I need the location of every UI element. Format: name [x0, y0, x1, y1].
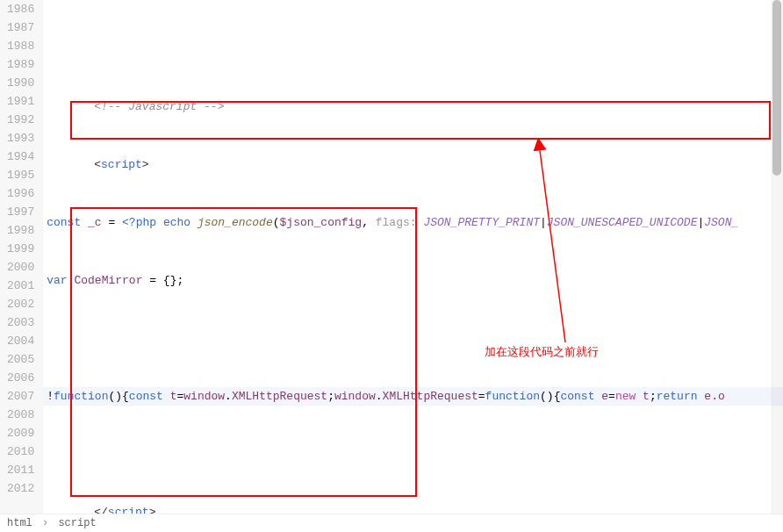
line-number: 2002: [7, 295, 34, 313]
line-number: 1996: [7, 184, 34, 203]
line-number: 2001: [7, 277, 34, 295]
line-gutter: 1986198719881989199019911992199319941995…: [0, 0, 43, 514]
annotation-text: 加在这段代码之前就行: [485, 344, 599, 360]
code-line: !function(){const t=window.XMLHttpReques…: [43, 387, 783, 406]
code-line: [43, 329, 783, 348]
line-number: 2000: [7, 258, 34, 277]
code-editor: 1986198719881989199019911992199319941995…: [0, 0, 783, 514]
line-number: 1986: [7, 0, 34, 18]
code-line: <script>: [43, 155, 783, 174]
line-number: 2007: [7, 387, 34, 406]
line-number: 1991: [7, 92, 34, 111]
line-number: 2008: [7, 406, 34, 424]
line-number: 2012: [7, 479, 34, 498]
line-number: 1988: [7, 37, 34, 55]
code-line: const _c = <?php echo json_encode($json_…: [43, 213, 783, 232]
line-number: 1998: [7, 221, 34, 240]
line-number: 1992: [7, 111, 34, 129]
line-number: 2005: [7, 350, 34, 369]
line-number: 2004: [7, 332, 34, 350]
line-number: 1993: [7, 129, 34, 147]
code-line: </script>: [43, 503, 783, 514]
breadcrumb[interactable]: html › script: [0, 514, 783, 532]
code-line: [43, 40, 783, 58]
line-number: 1999: [7, 240, 34, 258]
line-number: 2009: [7, 424, 34, 442]
line-number: 2011: [7, 461, 34, 479]
line-number: 2003: [7, 313, 34, 332]
breadcrumb-item[interactable]: script: [58, 517, 96, 529]
line-number: 1995: [7, 166, 34, 184]
breadcrumb-item[interactable]: html: [7, 517, 32, 529]
vertical-scrollbar[interactable]: [771, 0, 783, 514]
line-number: 1990: [7, 74, 34, 92]
scrollbar-thumb[interactable]: [772, 0, 781, 176]
line-number: 1997: [7, 203, 34, 221]
line-number: 1989: [7, 55, 34, 74]
code-area[interactable]: <!-- Javascript --> <script> const _c = …: [43, 0, 783, 514]
chevron-right-icon: ›: [42, 517, 48, 529]
code-line: [43, 445, 783, 464]
line-number: 1987: [7, 18, 34, 37]
code-line: <!-- Javascript -->: [43, 97, 783, 116]
code-line: var CodeMirror = {};: [43, 271, 783, 290]
line-number: 2006: [7, 369, 34, 387]
line-number: 2010: [7, 442, 34, 461]
line-number: 1994: [7, 147, 34, 166]
